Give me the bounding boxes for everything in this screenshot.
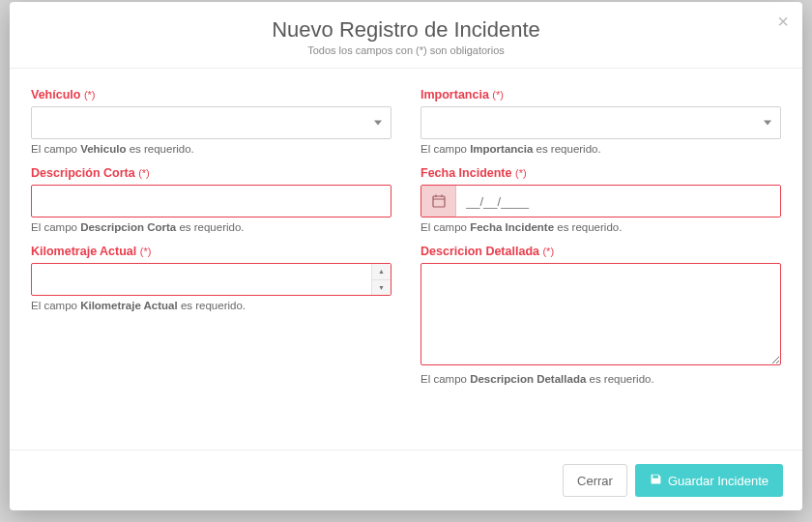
long-desc-error: El campo Descripcion Detallada es requer… bbox=[420, 373, 781, 385]
km-spinner: ▲ ▼ bbox=[371, 264, 391, 295]
save-icon bbox=[650, 473, 662, 488]
short-desc-error: El campo Descripcion Corta es requerido. bbox=[31, 221, 392, 233]
modal-title: Nuevo Registro de Incidente bbox=[29, 17, 783, 43]
vehicle-error: El campo Vehiculo es requerido. bbox=[31, 143, 392, 155]
date-label: Fecha Incidente (*) bbox=[420, 166, 781, 180]
long-desc-group: Descricion Detallada (*) El campo Descri… bbox=[420, 245, 781, 385]
modal-footer: Cerrar Guardar Incidente bbox=[10, 450, 802, 510]
vehicle-group: Vehículo (*) El campo Vehiculo es requer… bbox=[31, 88, 392, 155]
short-desc-input[interactable] bbox=[31, 185, 392, 218]
modal-header: × Nuevo Registro de Incidente Todos los … bbox=[10, 2, 802, 69]
km-error: El campo Kilometraje Actual es requerido… bbox=[31, 300, 392, 311]
vehicle-select[interactable] bbox=[31, 106, 392, 139]
spinner-down-icon[interactable]: ▼ bbox=[372, 280, 391, 296]
importance-select[interactable] bbox=[420, 106, 781, 139]
km-group: Kilometraje Actual (*) ▲ ▼ El campo Kilo… bbox=[31, 245, 392, 311]
modal-body: Vehículo (*) El campo Vehiculo es requer… bbox=[10, 69, 802, 450]
long-desc-textarea[interactable] bbox=[420, 263, 781, 365]
importance-group: Importancia (*) El campo Importancia es … bbox=[420, 88, 781, 155]
modal-subtitle: Todos los campos con (*) son obligatorio… bbox=[29, 44, 783, 56]
save-button[interactable]: Guardar Incidente bbox=[635, 464, 783, 497]
date-input[interactable] bbox=[456, 186, 780, 217]
importance-label: Importancia (*) bbox=[420, 88, 781, 102]
date-error: El campo Fecha Incidente es requerido. bbox=[420, 221, 781, 233]
km-input[interactable] bbox=[31, 263, 392, 296]
vehicle-label: Vehículo (*) bbox=[31, 88, 392, 102]
short-desc-group: Descripción Corta (*) El campo Descripci… bbox=[31, 166, 392, 233]
km-label: Kilometraje Actual (*) bbox=[31, 245, 392, 258]
short-desc-label: Descripción Corta (*) bbox=[31, 166, 392, 180]
incident-modal: × Nuevo Registro de Incidente Todos los … bbox=[10, 2, 802, 510]
spinner-up-icon[interactable]: ▲ bbox=[372, 264, 391, 280]
importance-error: El campo Importancia es requerido. bbox=[420, 143, 781, 155]
long-desc-label: Descricion Detallada (*) bbox=[420, 245, 781, 258]
date-group: Fecha Incidente (*) El campo Fecha Incid… bbox=[420, 166, 781, 233]
svg-rect-0 bbox=[433, 196, 445, 207]
close-icon[interactable]: × bbox=[777, 12, 789, 31]
close-button[interactable]: Cerrar bbox=[563, 464, 627, 497]
calendar-icon[interactable] bbox=[421, 186, 456, 217]
